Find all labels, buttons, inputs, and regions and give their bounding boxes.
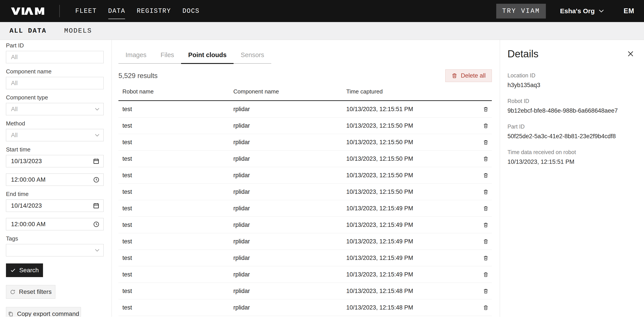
table-row[interactable]: test rplidar 10/13/2023, 12:15:49 PM [118,217,492,233]
trash-icon [483,139,489,145]
cell-actions [480,105,492,113]
refresh-icon [10,289,16,295]
tab-files[interactable]: Files [154,47,181,64]
column-header-robot-name: Robot name [118,88,229,95]
tab-sensors[interactable]: Sensors [234,47,271,64]
cell-robot-name: test [118,189,229,195]
cell-component-name: rplidar [229,189,342,195]
table-row[interactable]: test rplidar 10/13/2023, 12:15:49 PM [118,233,492,250]
table-row[interactable]: test rplidar 10/13/2023, 12:15:49 PM [118,250,492,266]
method-value: All [11,132,95,139]
table-row[interactable]: test rplidar 10/13/2023, 12:15:49 PM [118,266,492,283]
details-panel: Details Location ID h3yb135aq3 Robot ID … [500,40,644,317]
end-date-input[interactable]: 10/14/2023 [6,200,104,212]
start-time-value: 12:00:00 AM [11,176,93,183]
table-row[interactable]: test rplidar 10/13/2023, 12:15:48 PM [118,283,492,299]
row-delete-button[interactable] [482,271,490,279]
table-row[interactable]: test rplidar 10/13/2023, 12:15:50 PM [118,151,492,167]
clock-icon[interactable] [93,221,100,228]
cell-time-captured: 10/13/2023, 12:15:49 PM [342,271,480,278]
cell-time-captured: 10/13/2023, 12:15:49 PM [342,222,480,228]
trash-icon [483,288,489,294]
cell-component-name: rplidar [229,139,342,146]
nav-link-fleet[interactable]: FLEET [75,6,96,16]
end-time-input[interactable]: 12:00:00 AM [6,218,104,230]
content: Part ID Component name Component type Al… [0,40,644,317]
close-icon [627,50,634,57]
details-field-location-id: Location ID h3yb135aq3 [508,72,635,89]
results-count: 5,529 results [118,72,158,80]
trash-icon [483,255,489,261]
part-id-detail-value: 50f25de2-5a3c-41e2-8b81-23e2f9b4cdf8 [508,132,635,140]
copy-export-command-button[interactable]: Copy export command [6,307,81,317]
component-name-input-box [6,77,104,89]
table-row[interactable]: test rplidar 10/13/2023, 12:15:49 PM [118,200,492,217]
row-delete-button[interactable] [482,221,490,229]
filter-tags: Tags [6,235,112,256]
trash-icon [483,272,489,278]
table-row[interactable]: test rplidar 10/13/2023, 12:15:50 PM [118,117,492,134]
tab-models[interactable]: MODELS [64,27,92,35]
part-id-input[interactable] [11,54,100,61]
cell-actions [480,271,492,279]
cell-robot-name: test [118,122,229,129]
user-initials[interactable]: EM [624,7,634,15]
filter-part-id: Part ID [6,42,112,63]
row-delete-button[interactable] [482,172,490,179]
row-delete-button[interactable] [482,122,490,130]
cell-actions [480,188,492,196]
viam-logo[interactable] [11,7,45,15]
table-row[interactable]: test rplidar 10/13/2023, 12:15:48 PM [118,299,492,316]
point-clouds-table: Robot name Component name Time captured … [118,88,492,316]
table-row[interactable]: test rplidar 10/13/2023, 12:15:50 PM [118,167,492,184]
reset-filters-button[interactable]: Reset filters [6,285,55,299]
tab-point-clouds[interactable]: Point clouds [181,47,234,64]
cell-component-name: rplidar [229,288,342,295]
delete-all-label: Delete all [461,72,486,79]
robot-id-value: 9b12ebcf-bfe8-486e-988b-6a668648aee7 [508,107,635,114]
method-select[interactable]: All [6,129,104,141]
end-time-label: End time [6,191,112,197]
row-delete-button[interactable] [482,105,490,113]
row-delete-button[interactable] [482,238,490,245]
row-delete-button[interactable] [482,304,490,312]
delete-all-button[interactable]: Delete all [445,69,492,82]
row-delete-button[interactable] [482,287,490,295]
row-delete-button[interactable] [482,138,490,146]
time-received-label: Time data received on robot [508,149,635,155]
row-delete-button[interactable] [482,205,490,212]
nav-link-docs[interactable]: DOCS [182,6,200,16]
try-viam-button[interactable]: TRY VIAM [496,4,546,18]
tab-all-data[interactable]: ALL DATA [10,27,46,35]
details-field-part-id: Part ID 50f25de2-5a3c-41e2-8b81-23e2f9b4… [508,123,635,140]
component-type-select[interactable]: All [6,103,104,115]
row-delete-button[interactable] [482,254,490,262]
row-delete-button[interactable] [482,188,490,196]
close-details-button[interactable] [626,49,635,58]
calendar-icon[interactable] [93,202,100,209]
row-delete-button[interactable] [482,155,490,163]
cell-time-captured: 10/13/2023, 12:15:50 PM [342,139,480,146]
start-date-input[interactable]: 10/13/2023 [6,155,104,167]
table-row[interactable]: test rplidar 10/13/2023, 12:15:50 PM [118,184,492,200]
primary-nav: FLEET DATA REGISTRY DOCS [75,6,200,16]
nav-link-registry[interactable]: REGISTRY [137,6,171,16]
tab-images[interactable]: Images [118,47,154,64]
component-name-input[interactable] [11,80,100,87]
start-date-value: 10/13/2023 [11,158,93,165]
nav-link-data[interactable]: DATA [108,6,125,16]
start-time-input[interactable]: 12:00:00 AM [6,174,104,186]
data-type-tabs: Images Files Point clouds Sensors [118,47,271,64]
table-row[interactable]: test rplidar 10/13/2023, 12:15:50 PM [118,134,492,151]
cell-actions [480,155,492,163]
tags-select[interactable] [6,244,104,256]
org-switcher[interactable]: Esha's Org [560,7,604,15]
column-header-component-name: Component name [229,88,342,95]
calendar-icon[interactable] [93,158,100,164]
cell-time-captured: 10/13/2023, 12:15:49 PM [342,238,480,245]
table-row[interactable]: test rplidar 10/13/2023, 12:15:51 PM [118,101,492,117]
cell-actions [480,138,492,146]
nav-right: TRY VIAM Esha's Org EM [496,4,634,18]
clock-icon[interactable] [93,177,100,183]
search-button[interactable]: Search [6,264,43,277]
